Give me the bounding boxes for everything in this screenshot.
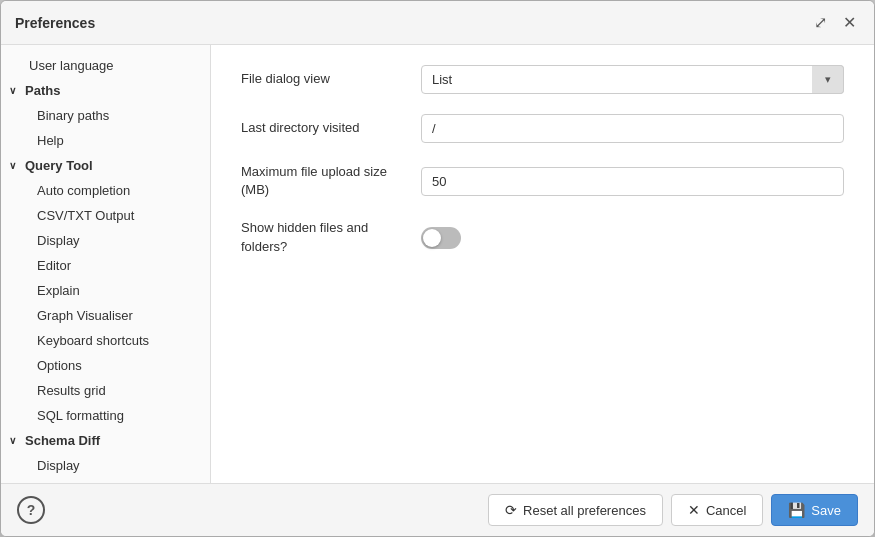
sidebar-item-label: Display: [37, 233, 80, 248]
sidebar-item-display-sd[interactable]: Display: [1, 453, 210, 478]
sidebar-item-label: Schema Diff: [25, 433, 100, 448]
sidebar-item-auto-completion[interactable]: Auto completion: [1, 178, 210, 203]
form-row-file-dialog-view: File dialog view List Grid ▾: [241, 65, 844, 94]
field-control-show-hidden: [421, 227, 844, 249]
toggle-knob: [423, 229, 441, 247]
sidebar-item-display-qt[interactable]: Display: [1, 228, 210, 253]
chevron-icon: ∨: [9, 435, 21, 446]
select-wrapper: List Grid ▾: [421, 65, 844, 94]
sidebar-item-graph-visualiser[interactable]: Graph Visualiser: [1, 303, 210, 328]
preferences-dialog: Preferences ⤢ ✕ User language ∨ Paths Bi…: [0, 0, 875, 537]
close-button[interactable]: ✕: [839, 11, 860, 34]
max-upload-input[interactable]: [421, 167, 844, 196]
content-area: File dialog view List Grid ▾ Last direct…: [211, 45, 874, 483]
cancel-label: Cancel: [706, 503, 746, 518]
sidebar: User language ∨ Paths Binary paths Help …: [1, 45, 211, 483]
sidebar-item-label: Results grid: [37, 383, 106, 398]
sidebar-item-label: Explain: [37, 283, 80, 298]
chevron-icon: ∨: [9, 160, 21, 171]
sidebar-item-label: Options: [37, 358, 82, 373]
sidebar-item-label: Display: [37, 458, 80, 473]
sidebar-item-explain[interactable]: Explain: [1, 278, 210, 303]
reset-button[interactable]: ⟳ Reset all preferences: [488, 494, 663, 526]
form-row-show-hidden: Show hidden files and folders?: [241, 219, 844, 255]
sidebar-item-label: User language: [29, 58, 114, 73]
help-button[interactable]: ?: [17, 496, 45, 524]
field-control-max-upload: [421, 167, 844, 196]
sidebar-item-label: CSV/TXT Output: [37, 208, 134, 223]
field-label-last-directory: Last directory visited: [241, 119, 401, 137]
file-dialog-view-select[interactable]: List Grid: [421, 65, 844, 94]
sidebar-item-results-grid[interactable]: Results grid: [1, 378, 210, 403]
dialog-header: Preferences ⤢ ✕: [1, 1, 874, 45]
sidebar-item-label: Keyboard shortcuts: [37, 333, 149, 348]
dialog-footer: ? ⟳ Reset all preferences ✕ Cancel 💾 Sav…: [1, 483, 874, 536]
cancel-icon: ✕: [688, 502, 700, 518]
show-hidden-toggle[interactable]: [421, 227, 461, 249]
reset-icon: ⟳: [505, 502, 517, 518]
sidebar-item-options-qt[interactable]: Options: [1, 353, 210, 378]
sidebar-item-user-language[interactable]: User language: [1, 53, 210, 78]
chevron-icon: ∨: [9, 85, 21, 96]
field-label-max-upload: Maximum file upload size (MB): [241, 163, 401, 199]
expand-button[interactable]: ⤢: [810, 11, 831, 34]
sidebar-item-label: Graph Visualiser: [37, 308, 133, 323]
sidebar-item-label: Paths: [25, 83, 60, 98]
sidebar-item-binary-paths[interactable]: Binary paths: [1, 103, 210, 128]
sidebar-item-label: Editor: [37, 258, 71, 273]
sidebar-item-label: Help: [37, 133, 64, 148]
sidebar-item-keyboard-shortcuts[interactable]: Keyboard shortcuts: [1, 328, 210, 353]
field-control-last-directory: [421, 114, 844, 143]
save-label: Save: [811, 503, 841, 518]
sidebar-item-sql-formatting[interactable]: SQL formatting: [1, 403, 210, 428]
sidebar-item-label: SQL formatting: [37, 408, 124, 423]
form-row-max-upload: Maximum file upload size (MB): [241, 163, 844, 199]
sidebar-item-paths[interactable]: ∨ Paths: [1, 78, 210, 103]
field-control-file-dialog-view: List Grid ▾: [421, 65, 844, 94]
dialog-body: User language ∨ Paths Binary paths Help …: [1, 45, 874, 483]
dialog-title: Preferences: [15, 15, 95, 31]
header-actions: ⤢ ✕: [810, 11, 860, 34]
cancel-button[interactable]: ✕ Cancel: [671, 494, 763, 526]
save-icon: 💾: [788, 502, 805, 518]
footer-right: ⟳ Reset all preferences ✕ Cancel 💾 Save: [488, 494, 858, 526]
sidebar-item-editor[interactable]: Editor: [1, 253, 210, 278]
field-label-show-hidden: Show hidden files and folders?: [241, 219, 401, 255]
save-button[interactable]: 💾 Save: [771, 494, 858, 526]
sidebar-item-help[interactable]: Help: [1, 128, 210, 153]
field-label-file-dialog-view: File dialog view: [241, 70, 401, 88]
sidebar-item-query-tool[interactable]: ∨ Query Tool: [1, 153, 210, 178]
sidebar-item-schema-diff[interactable]: ∨ Schema Diff: [1, 428, 210, 453]
sidebar-item-csv-txt-output[interactable]: CSV/TXT Output: [1, 203, 210, 228]
form-row-last-directory: Last directory visited: [241, 114, 844, 143]
sidebar-item-label: Auto completion: [37, 183, 130, 198]
footer-left: ?: [17, 496, 45, 524]
sidebar-item-label: Binary paths: [37, 108, 109, 123]
reset-label: Reset all preferences: [523, 503, 646, 518]
last-directory-input[interactable]: [421, 114, 844, 143]
sidebar-item-label: Query Tool: [25, 158, 93, 173]
